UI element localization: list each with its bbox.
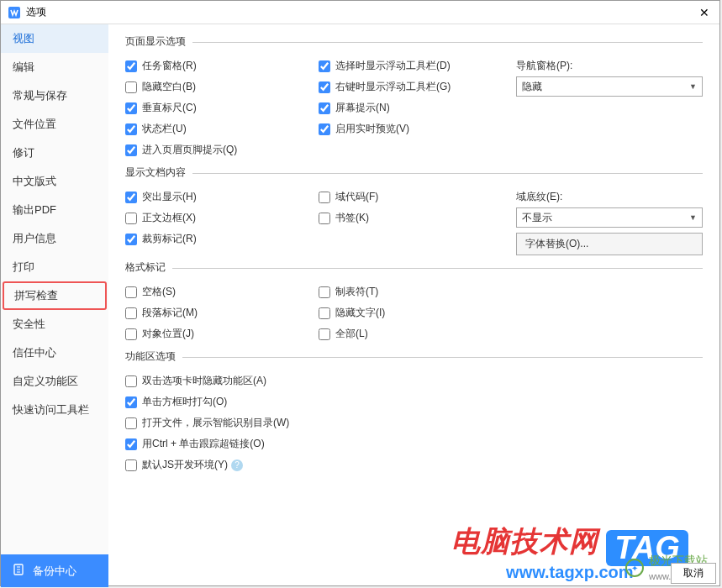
sidebar-item-general-save[interactable]: 常规与保存	[1, 81, 108, 110]
checkbox-float-toolbar-select[interactable]: 选择时显示浮动工具栏(D)	[319, 55, 516, 76]
checkbox-bookmarks[interactable]: 书签(K)	[319, 207, 516, 228]
options-dialog: 选项 ✕ 视图 编辑 常规与保存 文件位置 修订 中文版式 输出PDF 用户信息…	[0, 0, 720, 586]
checkbox-tabs[interactable]: 制表符(T)	[319, 281, 516, 302]
checkbox-spaces[interactable]: 空格(S)	[125, 281, 319, 302]
backup-center-button[interactable]: 备份中心	[1, 554, 108, 587]
checkbox-click-box-check[interactable]: 单击方框时打勾(O)	[125, 391, 703, 412]
field-shading-label: 域底纹(E):	[516, 186, 703, 207]
close-button[interactable]: ✕	[696, 4, 713, 21]
sidebar-items: 视图 编辑 常规与保存 文件位置 修订 中文版式 输出PDF 用户信息 打印 拼…	[1, 24, 108, 554]
checkbox-highlight[interactable]: 突出显示(H)	[125, 186, 319, 207]
dialog-title: 选项	[26, 5, 696, 19]
checkbox-field-codes[interactable]: 域代码(F)	[319, 186, 516, 207]
checkbox-float-toolbar-rightclick[interactable]: 右键时显示浮动工具栏(G)	[319, 76, 516, 97]
dialog-body: 视图 编辑 常规与保存 文件位置 修订 中文版式 输出PDF 用户信息 打印 拼…	[1, 24, 719, 587]
checkbox-vertical-ruler[interactable]: 垂直标尺(C)	[125, 97, 319, 118]
nav-pane-select[interactable]: 隐藏	[516, 76, 703, 97]
group-page-display: 页面显示选项 任务窗格(R) 隐藏空白(B) 垂直标尺(C) 状态栏(U) 进入…	[125, 34, 703, 160]
sidebar-item-security[interactable]: 安全性	[1, 310, 108, 339]
checkbox-dblclick-hide-ribbon[interactable]: 双击选项卡时隐藏功能区(A)	[125, 370, 703, 391]
sidebar-item-user-info[interactable]: 用户信息	[1, 224, 108, 253]
font-substitution-button[interactable]: 字体替换(O)...	[516, 233, 703, 255]
checkbox-hide-blank[interactable]: 隐藏空白(B)	[125, 76, 319, 97]
checkbox-default-js-env[interactable]: 默认JS开发环境(Y)?	[125, 454, 703, 475]
checkbox-text-border[interactable]: 正文边框(X)	[125, 207, 319, 228]
checkbox-live-preview[interactable]: 启用实时预览(V)	[319, 118, 516, 139]
checkbox-screen-tip[interactable]: 屏幕提示(N)	[319, 97, 516, 118]
sidebar-item-edit[interactable]: 编辑	[1, 53, 108, 81]
content-panel: 页面显示选项 任务窗格(R) 隐藏空白(B) 垂直标尺(C) 状态栏(U) 进入…	[108, 24, 719, 587]
sidebar-item-view[interactable]: 视图	[1, 24, 108, 53]
checkbox-task-pane[interactable]: 任务窗格(R)	[125, 55, 319, 76]
sidebar-item-spellcheck[interactable]: 拼写检查	[3, 281, 107, 310]
sidebar: 视图 编辑 常规与保存 文件位置 修订 中文版式 输出PDF 用户信息 打印 拼…	[1, 24, 108, 587]
backup-center-label: 备份中心	[33, 564, 76, 579]
cancel-button[interactable]: 取消	[671, 563, 716, 584]
sidebar-item-revision[interactable]: 修订	[1, 139, 108, 167]
help-icon[interactable]: ?	[231, 459, 243, 471]
checkbox-open-smart-toc[interactable]: 打开文件，展示智能识别目录(W)	[125, 412, 703, 433]
sidebar-item-file-location[interactable]: 文件位置	[1, 110, 108, 139]
field-shading-select[interactable]: 不显示	[516, 207, 703, 228]
watermark-tagxp: 电脑技术网 TAG www.tagxp.com	[451, 522, 688, 582]
sidebar-item-quick-access[interactable]: 快速访问工具栏	[1, 396, 108, 424]
checkbox-status-bar[interactable]: 状态栏(U)	[125, 118, 319, 139]
xz7-logo-icon: ✦	[625, 559, 644, 577]
group-title-doc-content: 显示文档内容	[125, 165, 703, 180]
titlebar: 选项 ✕	[1, 1, 719, 24]
group-format-marks: 格式标记 空格(S) 段落标记(M) 对象位置(J) 制表符(T) 隐藏文字(I…	[125, 260, 703, 344]
checkbox-crop-marks[interactable]: 裁剪标记(R)	[125, 228, 319, 249]
app-icon	[8, 6, 21, 19]
nav-pane-label: 导航窗格(P):	[516, 55, 703, 76]
checkbox-hidden-text[interactable]: 隐藏文字(I)	[319, 302, 516, 323]
checkbox-ctrl-click-hyperlink[interactable]: 用Ctrl + 单击跟踪超链接(O)	[125, 433, 703, 454]
group-title-page-display: 页面显示选项	[125, 34, 703, 49]
checkbox-all[interactable]: 全部(L)	[319, 323, 516, 344]
dialog-footer: 取消	[671, 563, 716, 584]
sidebar-item-trust-center[interactable]: 信任中心	[1, 339, 108, 367]
group-ribbon: 功能区选项 双击选项卡时隐藏功能区(A) 单击方框时打勾(O) 打开文件，展示智…	[125, 349, 703, 475]
group-doc-content: 显示文档内容 突出显示(H) 正文边框(X) 裁剪标记(R) 域代码(F) 书签…	[125, 165, 703, 255]
checkbox-object-position[interactable]: 对象位置(J)	[125, 323, 319, 344]
backup-icon	[13, 563, 26, 579]
sidebar-item-chinese-layout[interactable]: 中文版式	[1, 167, 108, 196]
checkbox-header-footer-tip[interactable]: 进入页眉页脚提示(Q)	[125, 139, 319, 160]
sidebar-item-export-pdf[interactable]: 输出PDF	[1, 196, 108, 224]
checkbox-paragraph-marks[interactable]: 段落标记(M)	[125, 302, 319, 323]
group-title-format-marks: 格式标记	[125, 260, 703, 275]
sidebar-item-custom-ribbon[interactable]: 自定义功能区	[1, 367, 108, 396]
sidebar-item-print[interactable]: 打印	[1, 253, 108, 281]
group-title-ribbon: 功能区选项	[125, 349, 703, 364]
